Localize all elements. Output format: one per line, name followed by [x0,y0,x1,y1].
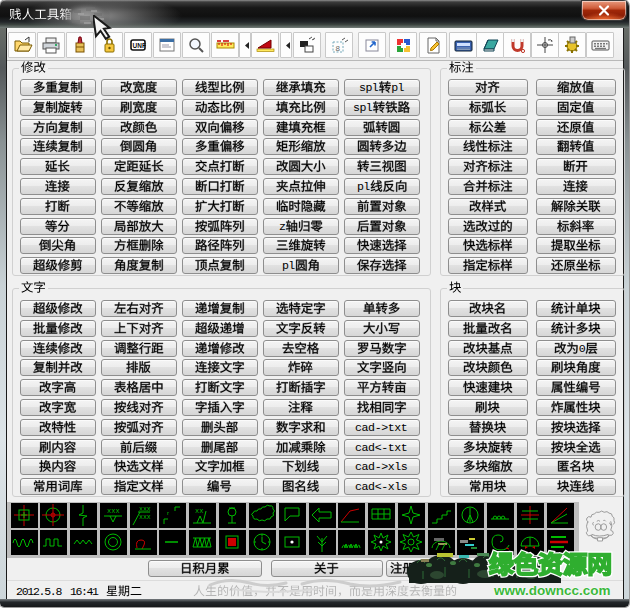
svg-text:spl: spl [359,81,379,94]
svg-text:r: r [167,510,169,516]
svg-text:xxx: xxx [139,514,151,521]
svg-text:pl: pl [282,259,295,272]
svg-text:16:41: 16:41 [70,585,99,598]
svg-text:UNF: UNF [133,42,146,49]
svg-text:2012.5.8: 2012.5.8 [16,585,62,598]
svg-text:xx: xx [195,507,203,515]
svg-text:pl: pl [357,180,370,193]
svg-text:spl: spl [353,101,373,114]
svg-text:8: 8 [336,44,341,53]
svg-text:xxx: xxx [107,507,120,515]
svg-text:cad->xls: cad->xls [355,460,408,473]
svg-text:cad<-xls: cad<-xls [355,480,408,493]
svg-text:0: 0 [579,342,586,355]
svg-text:pl: pl [391,81,404,94]
svg-text:cad<-txt: cad<-txt [355,441,408,454]
svg-text:cad->txt: cad->txt [355,421,408,434]
svg-text:z: z [279,220,286,233]
